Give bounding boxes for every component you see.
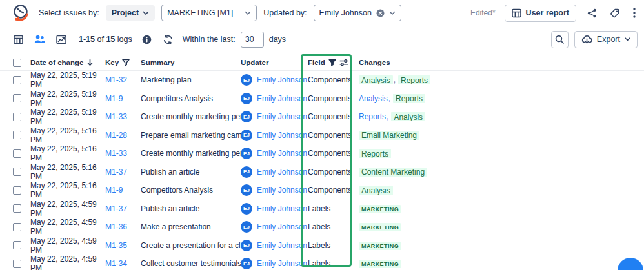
chart-view-button[interactable] (54, 33, 68, 46)
row-date: May 22, 2025, 4:59 PM (30, 255, 105, 270)
table-body: May 22, 2025, 5:19 PM M1-32 Marketing pl… (0, 71, 644, 270)
row-key[interactable]: M1-33 (105, 112, 127, 121)
row-key[interactable]: M1-9 (105, 186, 123, 195)
line-chart-icon (56, 35, 66, 44)
change-value: Analysis (359, 186, 393, 195)
row-checkbox[interactable] (13, 186, 21, 195)
row-updater[interactable]: Emily Johnson (257, 149, 307, 158)
avatar: EJ (241, 74, 252, 86)
row-updater[interactable]: Emily Johnson (257, 259, 307, 268)
row-checkbox[interactable] (13, 113, 21, 121)
change-value: Analysis (359, 94, 388, 103)
more-options-button[interactable] (631, 6, 638, 20)
row-changes: MARKETING (359, 259, 644, 268)
row-summary: Collect customer testimonials (141, 259, 241, 268)
table-row: May 22, 2025, 5:16 PM M1-33 Create month… (0, 144, 644, 163)
search-icon (555, 35, 564, 44)
updated-by-value: Emily Johnson (319, 8, 372, 17)
table-row: May 22, 2025, 5:19 PM M1-33 Create month… (0, 108, 644, 126)
people-icon (34, 35, 45, 44)
row-key[interactable]: M1-32 (105, 75, 127, 84)
chevron-down-icon[interactable] (389, 11, 396, 15)
days-input[interactable] (241, 32, 264, 48)
row-key[interactable]: M1-36 (105, 222, 127, 231)
row-field: Labels (308, 222, 359, 231)
export-label: Export (597, 35, 620, 44)
row-updater[interactable]: Emily Johnson (257, 222, 307, 231)
row-checkbox[interactable] (13, 241, 21, 249)
filter-settings-sliders-icon[interactable] (339, 59, 348, 66)
row-checkbox[interactable] (13, 149, 21, 158)
row-date: May 22, 2025, 5:19 PM (30, 71, 105, 89)
clear-selection-icon[interactable] (376, 9, 385, 17)
row-changes: Analysis,Reports (359, 75, 644, 84)
row-updater[interactable]: Emily Johnson (257, 168, 307, 177)
share-button[interactable] (585, 6, 599, 20)
avatar: EJ (241, 130, 252, 141)
row-key[interactable]: M1-34 (105, 259, 127, 268)
refresh-button[interactable] (161, 33, 175, 46)
row-key[interactable]: M1-33 (105, 149, 127, 158)
row-checkbox[interactable] (13, 260, 21, 268)
updated-by-select[interactable]: Emily Johnson (314, 5, 401, 21)
row-date: May 22, 2025, 5:16 PM (30, 126, 105, 144)
row-changes: Analysis,Reports (359, 94, 644, 103)
change-separator: , (387, 112, 388, 121)
project-select[interactable]: MARKETING [M1] (161, 5, 257, 21)
filter-funnel-icon[interactable] (122, 59, 130, 66)
row-summary: Marketing plan (141, 75, 241, 84)
table-view-button[interactable] (12, 33, 25, 46)
tag-icon (610, 8, 620, 18)
change-value: Analysis (391, 112, 425, 121)
row-summary: Competitors Analysis (141, 94, 241, 103)
row-checkbox[interactable] (13, 131, 21, 139)
label-tag-button[interactable] (608, 6, 622, 20)
select-all-checkbox[interactable] (13, 59, 21, 67)
days-label: days (269, 35, 286, 44)
row-date: May 22, 2025, 4:59 PM (30, 218, 105, 236)
row-key[interactable]: M1-37 (105, 168, 127, 177)
row-updater[interactable]: Emily Johnson (257, 131, 307, 140)
updated-by-label: Updated by: (263, 8, 307, 17)
header-key: Key (105, 59, 119, 66)
row-key[interactable]: M1-35 (105, 241, 127, 250)
history-table: Date of change Key Summary Updater Field (0, 55, 644, 270)
user-report-button[interactable]: User report (505, 5, 576, 22)
row-changes: MARKETING (359, 222, 644, 231)
table-row: May 22, 2025, 5:16 PM M1-37 Publish an a… (0, 163, 644, 182)
change-separator: , (394, 75, 396, 84)
row-updater[interactable]: Emily Johnson (257, 112, 307, 121)
row-updater[interactable]: Emily Johnson (257, 94, 307, 103)
row-checkbox[interactable] (13, 223, 21, 231)
issue-mode-dropdown[interactable]: Project (106, 5, 155, 21)
avatar: EJ (241, 166, 252, 178)
export-button[interactable]: Export (574, 31, 638, 48)
row-date: May 22, 2025, 5:16 PM (30, 181, 105, 199)
change-value: Reports (359, 149, 391, 158)
row-updater[interactable]: Emily Johnson (257, 241, 307, 250)
row-checkbox[interactable] (13, 76, 21, 84)
search-button[interactable] (551, 31, 569, 48)
row-checkbox[interactable] (13, 94, 21, 102)
row-checkbox[interactable] (13, 168, 21, 176)
row-key[interactable]: M1-28 (105, 131, 127, 140)
row-date: May 22, 2025, 4:59 PM (30, 236, 105, 255)
row-field: Components (308, 112, 359, 121)
row-checkbox[interactable] (13, 204, 21, 213)
change-value: Analysis (359, 75, 393, 84)
table-grid-icon (512, 8, 521, 18)
row-updater[interactable]: Emily Johnson (257, 186, 307, 195)
row-field: Components (308, 149, 359, 158)
sort-descending-icon[interactable] (86, 59, 94, 66)
row-key[interactable]: M1-37 (105, 204, 127, 213)
header-field: Field (308, 59, 325, 66)
info-button[interactable] (140, 33, 154, 46)
row-key[interactable]: M1-9 (105, 94, 123, 103)
chevron-down-icon (143, 11, 149, 15)
row-updater[interactable]: Emily Johnson (257, 75, 307, 84)
table-row: May 22, 2025, 5:19 PM M1-32 Marketing pl… (0, 71, 644, 90)
table-row: May 22, 2025, 4:59 PM M1-37 Publish an a… (0, 200, 644, 218)
filter-funnel-active-icon[interactable] (328, 59, 336, 66)
row-updater[interactable]: Emily Johnson (257, 204, 307, 213)
users-view-button[interactable] (32, 33, 47, 46)
